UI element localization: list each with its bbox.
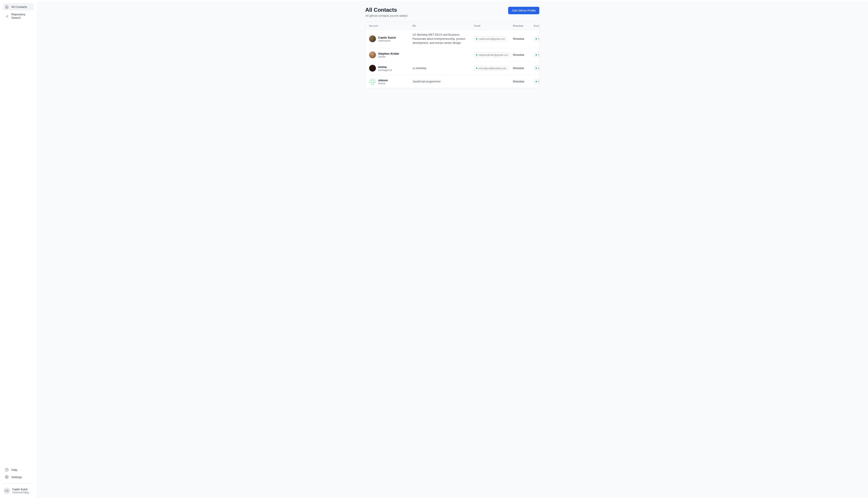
contact-username: skrider xyxy=(378,55,399,58)
social-badge-globe[interactable] xyxy=(534,37,539,41)
column-header-account: Account xyxy=(369,24,410,27)
account-info: shinnnshinnn xyxy=(378,79,388,85)
metadata-link[interactable]: Metadata xyxy=(513,53,531,56)
table-row[interactable]: Stephen Kriderskriderstephenjkrider@gmai… xyxy=(366,48,539,62)
contact-username: shinnn xyxy=(378,82,388,85)
status-dot-icon xyxy=(476,67,477,69)
status-dot-icon xyxy=(476,54,477,55)
account-cell: Stephen Kriderskrider xyxy=(369,52,410,58)
sidebar-item-label: Repository Search xyxy=(11,13,31,19)
sidebar-nav: All Contacts Repository Search xyxy=(3,3,34,467)
user-info: Caelin Sutch caelinsutch@gmail.com xyxy=(12,488,33,494)
email-cell: emmaguo@berkeley.edu xyxy=(474,66,510,70)
social-badge-globe[interactable] xyxy=(534,79,539,84)
table-header: Account Bio Email Metadata Socials xyxy=(366,22,539,30)
metadata-link[interactable]: Metadata xyxy=(513,67,531,70)
sidebar-item-label: All Contacts xyxy=(11,5,27,9)
account-cell: emmaemmaguo13 xyxy=(369,65,410,71)
email-text: stephenjkrider@gmail.com xyxy=(479,53,508,56)
status-dot-icon xyxy=(476,38,477,40)
sidebar-item-label: Help xyxy=(11,468,17,472)
bio-cell: JavaScript programmer xyxy=(412,79,471,83)
socials-cell xyxy=(534,37,539,41)
email-badge[interactable]: emmaguo@berkeley.edu xyxy=(474,66,508,70)
contact-name: Caelin Sutch xyxy=(378,36,396,39)
add-github-profile-button[interactable]: Add Github Profile xyxy=(508,7,539,14)
gear-icon xyxy=(5,475,9,479)
table-row[interactable]: Caelin SutchcaelinsutchUC Berkeley MET E… xyxy=(366,30,539,48)
column-header-socials: Socials xyxy=(534,24,539,27)
sidebar-item-all-contacts[interactable]: All Contacts xyxy=(3,3,34,10)
divider xyxy=(3,483,34,484)
status-dot-icon xyxy=(536,81,537,82)
home-icon xyxy=(5,5,9,9)
social-badge-globe[interactable] xyxy=(534,53,539,57)
contact-name: shinnn xyxy=(378,79,388,82)
contacts-table: Account Bio Email Metadata Socials Caeli… xyxy=(365,22,539,88)
contact-avatar xyxy=(369,36,376,42)
contact-name: emma xyxy=(378,65,392,69)
user-email: caelinsutch@gmail.com xyxy=(12,491,33,494)
header-row: All Contacts All github contacts you've … xyxy=(365,7,539,17)
table-body: Caelin SutchcaelinsutchUC Berkeley MET E… xyxy=(366,30,539,88)
metadata-link[interactable]: Metadata xyxy=(513,37,531,40)
header-text: All Contacts All github contacts you've … xyxy=(365,7,407,17)
social-badge-twitter[interactable] xyxy=(534,66,539,70)
email-text: emmaguo@berkeley.edu xyxy=(479,67,506,69)
socials-cell xyxy=(534,66,539,70)
contact-name: Stephen Krider xyxy=(378,52,399,55)
page-subtitle: All github contacts you've added xyxy=(365,14,407,17)
avatar: CS xyxy=(4,488,10,494)
account-cell: Caelin Sutchcaelinsutch xyxy=(369,36,410,42)
column-header-email: Email xyxy=(474,24,510,27)
sidebar-item-repository-search[interactable]: Repository Search xyxy=(3,11,34,21)
column-header-bio: Bio xyxy=(412,24,471,27)
sidebar-item-settings[interactable]: Settings xyxy=(3,474,34,480)
email-badge[interactable]: caelinsutch@gmail.com xyxy=(474,37,507,41)
contact-avatar xyxy=(369,78,376,85)
account-info: Stephen Kriderskrider xyxy=(378,52,399,58)
email-cell: caelinsutch@gmail.com xyxy=(474,37,510,41)
contact-avatar xyxy=(369,52,376,58)
socials-cell xyxy=(534,53,539,57)
email-badge[interactable]: stephenjkrider@gmail.com xyxy=(474,53,510,57)
socials-cell xyxy=(534,79,539,84)
globe-icon xyxy=(538,80,539,83)
metadata-link[interactable]: Metadata xyxy=(513,80,531,83)
contact-avatar xyxy=(369,65,376,71)
status-dot-icon xyxy=(536,54,537,55)
contact-username: emmaguo13 xyxy=(378,69,392,71)
globe-icon xyxy=(538,38,539,40)
sidebar-item-help[interactable]: Help xyxy=(3,467,34,473)
svg-point-5 xyxy=(6,476,7,477)
bio-cell: UC Berkeley MET EECS and Business. Passi… xyxy=(412,33,471,45)
account-info: emmaemmaguo13 xyxy=(378,65,392,71)
table-row[interactable]: emmaemmaguo13uc berkeleyemmaguo@berkeley… xyxy=(366,62,539,75)
bio-cell: uc berkeley xyxy=(412,66,471,70)
page-title: All Contacts xyxy=(365,7,407,13)
main: All Contacts All github contacts you've … xyxy=(37,1,868,498)
sidebar-item-label: Settings xyxy=(11,475,22,479)
contact-username: caelinsutch xyxy=(378,39,396,42)
email-text: caelinsutch@gmail.com xyxy=(479,38,505,40)
user-name: Caelin Sutch xyxy=(12,488,33,491)
sidebar-footer: Help Settings CS Caelin Sutch caelinsutc… xyxy=(3,467,34,495)
table-row[interactable]: shinnnshinnnJavaScript programmerMetadat… xyxy=(366,75,539,88)
account-cell: shinnnshinnn xyxy=(369,78,410,85)
status-dot-icon xyxy=(536,67,537,69)
user-profile[interactable]: CS Caelin Sutch caelinsutch@gmail.com xyxy=(3,487,34,495)
email-cell: stephenjkrider@gmail.com xyxy=(474,53,510,57)
globe-icon xyxy=(538,53,539,56)
status-dot-icon xyxy=(536,38,537,40)
help-icon xyxy=(5,468,9,472)
account-info: Caelin Sutchcaelinsutch xyxy=(378,36,396,42)
twitter-icon xyxy=(538,67,539,69)
column-header-metadata: Metadata xyxy=(513,24,531,27)
bar-chart-icon xyxy=(5,14,9,18)
main-content: All Contacts All github contacts you've … xyxy=(361,1,544,94)
sidebar: All Contacts Repository Search Help Sett… xyxy=(0,0,37,498)
